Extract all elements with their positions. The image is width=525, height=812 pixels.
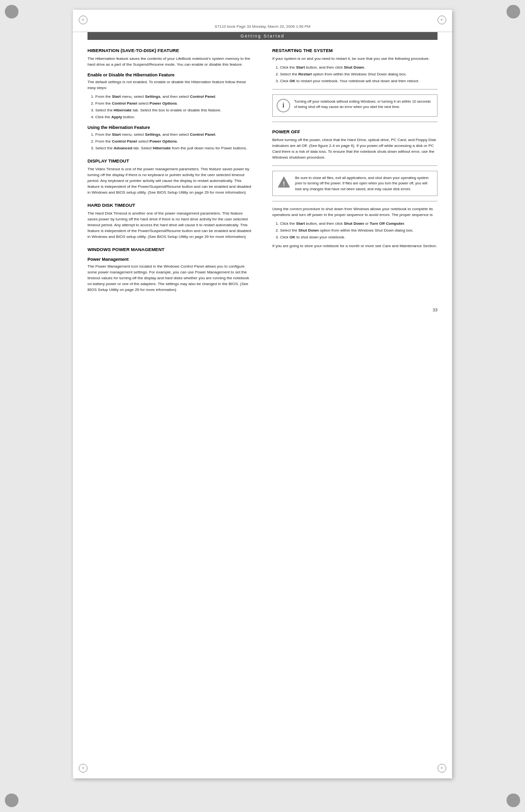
outer-corner-bl xyxy=(5,794,18,807)
divider-1 xyxy=(272,89,438,90)
warning-box-text: Be sure to close all files, exit all app… xyxy=(295,175,433,192)
page-number: 33 xyxy=(73,306,452,317)
hibernation-intro: The Hibernation feature saves the conten… xyxy=(88,56,253,68)
display-timeout-text: The Video Timeout is one of the power ma… xyxy=(88,166,253,196)
right-column: RESTARTING THE SYSTEM If your system is … xyxy=(267,48,438,296)
shutdown-step-2: Select the Shut Down option from within … xyxy=(280,228,438,234)
corner-mark-tr xyxy=(438,16,446,24)
outer-corner-tl xyxy=(5,5,18,18)
left-column: HIBERNATION (SAVE-TO-DISK) FEATURE The H… xyxy=(88,48,258,296)
enable-step-3: Select the Hibernate tab. Select the box… xyxy=(95,108,253,113)
hard-disk-title: HARD DISK TIMEOUT xyxy=(88,202,253,208)
windows-power-title: WINDOWS POWER MANAGEMENT xyxy=(88,247,253,252)
chapter-header: Getting Started xyxy=(88,32,438,40)
warning-icon: ! xyxy=(277,175,291,189)
enable-disable-title: Enable or Disable the Hibernation Featur… xyxy=(88,72,253,77)
power-management-sub: Power Management xyxy=(88,257,253,262)
using-steps-list: From the Start menu, select Settings, an… xyxy=(95,132,253,151)
using-step-3: Select the Advanced tab. Select Hibernat… xyxy=(95,145,253,151)
display-timeout-title: DISPLAY TIMEOUT xyxy=(88,158,253,163)
divider-4 xyxy=(272,201,438,201)
restarting-step-3: Click OK to restart your notebook. Your … xyxy=(280,78,438,84)
shutdown-steps-list: Click the Start button, and then click S… xyxy=(280,221,438,240)
power-off-title: POWER OFF xyxy=(272,129,438,134)
enable-step-1: From the Start menu, select Settings, an… xyxy=(95,94,253,100)
page-container: S7110 book Page 33 Monday, March 20, 200… xyxy=(0,0,525,812)
using-step-2: From the Control Panel select Power Opti… xyxy=(95,139,253,144)
power-management-text: The Power Management icon located in the… xyxy=(88,264,253,293)
info-box-text: Turning off your notebook without exitin… xyxy=(294,99,433,110)
document-page: S7110 book Page 33 Monday, March 20, 200… xyxy=(73,10,452,778)
info-icon: i xyxy=(277,99,290,112)
enable-step-4: Click the Apply button. xyxy=(95,114,253,120)
divider-3 xyxy=(272,165,438,166)
restarting-steps-list: Click the Start button, and then click S… xyxy=(280,65,438,84)
hibernation-title: HIBERNATION (SAVE-TO-DISK) FEATURE xyxy=(88,48,253,53)
restarting-step-1: Click the Start button, and then click S… xyxy=(280,65,438,71)
shutdown-text: Using the correct procedure to shut down… xyxy=(272,206,438,218)
final-text: If you are going to store your notebook … xyxy=(272,243,438,249)
power-off-intro: Before turning off the power, check that… xyxy=(272,137,438,161)
restarting-step-2: Select the Restart option from within th… xyxy=(280,72,438,77)
warning-triangle-svg: ! xyxy=(278,176,290,188)
corner-mark-tl xyxy=(79,16,88,24)
corner-mark-bl xyxy=(79,764,88,773)
shutdown-step-3: Click OK to shut down your notebook. xyxy=(280,235,438,240)
using-step-1: From the Start menu, select Settings, an… xyxy=(95,132,253,138)
divider-2 xyxy=(272,122,438,122)
content-area: HIBERNATION (SAVE-TO-DISK) FEATURE The H… xyxy=(73,40,452,306)
file-info: S7110 book Page 33 Monday, March 20, 200… xyxy=(73,10,452,32)
warning-box: ! Be sure to close all files, exit all a… xyxy=(272,171,438,196)
restarting-intro: If your system is on and you need to res… xyxy=(272,56,438,62)
using-title: Using the Hibernation Feature xyxy=(88,125,253,130)
enable-step-2: From the Control Panel select Power Opti… xyxy=(95,101,253,107)
info-box: i Turning off your notebook without exit… xyxy=(272,94,438,117)
svg-text:!: ! xyxy=(283,180,285,187)
shutdown-step-1: Click the Start button, and then click S… xyxy=(280,221,438,227)
hard-disk-text: The Hard Disk Timeout is another one of … xyxy=(88,211,253,240)
corner-mark-br xyxy=(438,764,446,773)
outer-corner-br xyxy=(507,794,520,807)
enable-steps-list: From the Start menu, select Settings, an… xyxy=(95,94,253,120)
enable-disable-intro: The default settings is not enabled. To … xyxy=(88,79,253,91)
restarting-title: RESTARTING THE SYSTEM xyxy=(272,48,438,53)
outer-corner-tr xyxy=(507,5,520,18)
